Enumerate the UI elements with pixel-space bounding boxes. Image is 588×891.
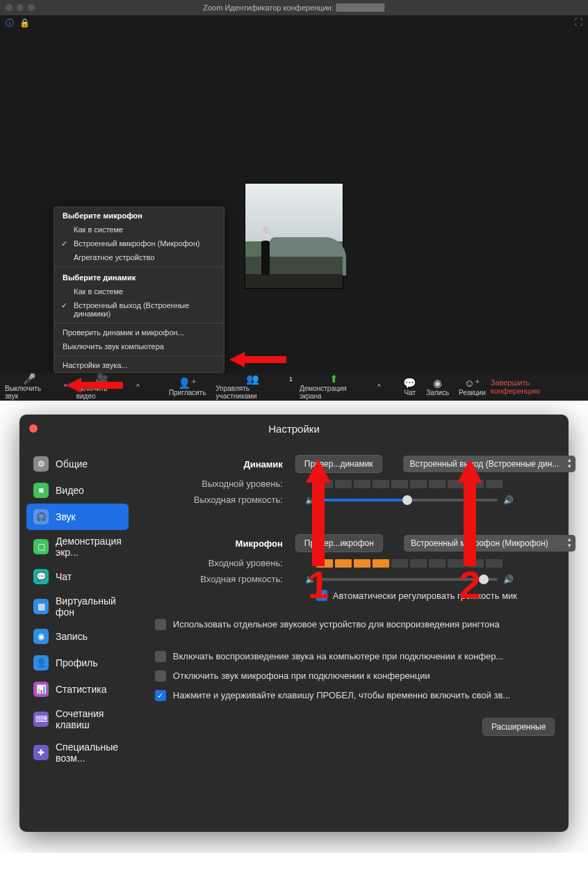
advanced-button[interactable]: Расширенные [482,718,555,736]
participants-button[interactable]: 👥 1 Управлять участниками [211,373,295,401]
test-speaker-button[interactable]: Провер...динамик [295,455,382,473]
zoom-meeting-window: Zoom Идентификатор конференции: ⓘ 🔒 ⛶ Вы… [0,0,588,401]
settings-window: Настройки ⚙Общие■Видео🎧Звук▢Демонстрация… [19,415,569,832]
test-mic-button[interactable]: Провер...икрофон [295,534,383,552]
settings-title: Настройки [268,423,320,435]
share-icon: ⬆ [329,374,338,384]
share-caret[interactable]: ^ [373,373,385,401]
sidebar-label: Чат [56,571,72,582]
sidebar-label: Звук [56,511,76,522]
settings-titlebar: Настройки [19,415,569,442]
output-level-label: Выходной уровень: [149,479,295,489]
output-volume-slider[interactable] [321,499,498,501]
join-audio-label: Включать воспроизведение звука на компью… [173,651,503,661]
ringtone-device-label: Использовать отдельное звуковое устройст… [173,619,500,629]
fullscreen-icon[interactable]: ⛶ [574,17,582,27]
sidebar-icon: ⌨ [33,712,49,727]
sidebar-item[interactable]: ⚙Общие [26,451,129,477]
sidebar-icon: ◉ [33,629,49,644]
sidebar-item[interactable]: ▦Виртуальный фон [26,590,129,623]
info-bar: ⓘ 🔒 ⛶ [0,15,588,29]
push-to-talk-label: Нажмите и удерживайте клавишу ПРОБЕЛ, чт… [173,690,510,700]
speaker-label: Динамик [149,459,295,469]
menu-header-speaker: Выберите динамик [54,269,224,284]
sidebar-item[interactable]: ◉Запись [26,623,129,650]
sidebar-icon: ■ [33,483,49,498]
speaker-device-select[interactable]: Встроенный выход (Встроенные дин... ▴▾ [403,456,576,472]
volume-high-icon: 🔊 [503,495,514,505]
menu-spk-item[interactable]: Как в системе [54,284,224,298]
end-meeting-button[interactable]: Завершить конференцию [491,378,588,395]
auto-volume-label: Автоматически регулировать громкость мик [333,591,517,601]
input-volume-slider[interactable] [321,578,498,581]
auto-volume-checkbox[interactable]: ✓ [316,590,327,601]
menu-mic-item[interactable]: Встроенный микрофон (Микрофон) [54,236,224,250]
close-button[interactable] [29,424,38,433]
sidebar-item[interactable]: ▢Демонстрация экр... [26,530,129,563]
mute-on-join-checkbox[interactable] [155,671,166,682]
sidebar-label: Общие [56,458,88,469]
sidebar-item[interactable]: 🎧Звук [26,504,129,530]
sidebar-item[interactable]: ⌨Сочетания клавиш [26,703,129,736]
menu-mic-item[interactable]: Как в системе [54,223,224,236]
menu-test-audio[interactable]: Проверить динамик и микрофон... [54,326,224,339]
sidebar-label: Статистика [56,684,107,695]
sidebar-label: Специальные возм... [56,741,122,764]
sidebar-icon: 👤 [33,655,49,671]
menu-header-mic: Выберите микрофон [54,207,224,223]
settings-content: Динамик Провер...динамик Встроенный выхо… [136,442,576,769]
invite-button[interactable]: 👤⁺ Пригласить [164,373,211,401]
participant-video[interactable] [245,183,343,289]
menu-spk-item[interactable]: Встроенный выход (Встроенные динамики) [54,298,224,321]
chat-button[interactable]: 💬 Чат [398,373,421,401]
video-button[interactable]: 🎥 Включить видео [72,373,132,401]
meeting-id-redacted [336,3,385,12]
traffic-lights[interactable] [0,4,35,11]
settings-sidebar: ⚙Общие■Видео🎧Звук▢Демонстрация экр...💬Ча… [19,442,136,769]
reactions-button[interactable]: ☺⁺ Реакции [454,373,491,401]
volume-high-icon: 🔊 [503,575,514,584]
microphone-icon: 🎤 [23,374,36,384]
encryption-icon[interactable]: 🔒 [19,18,30,28]
record-button[interactable]: ◉ Запись [421,373,454,401]
mute-button[interactable]: 🎤 Выключить звук [0,373,59,401]
video-caret[interactable]: ^ [132,373,144,401]
participants-count: 1 [289,376,293,383]
volume-low-icon: 🔈 [305,495,316,505]
sidebar-item[interactable]: ■Видео [26,477,129,504]
input-level-label: Входной уровень: [149,558,295,568]
mute-on-join-label: Отключить звук микрофона при подключении… [173,671,430,681]
output-volume-label: Выходная громкость: [149,495,295,505]
volume-low-icon: 🔈 [305,575,316,584]
sidebar-item[interactable]: 📊Статистика [26,676,129,703]
menu-audio-settings[interactable]: Настройки звука... [54,358,224,372]
reactions-icon: ☺⁺ [464,378,480,388]
audio-context-menu: Выберите микрофон Как в системе Встроенн… [54,207,224,373]
ringtone-device-checkbox[interactable] [155,619,166,630]
sidebar-item[interactable]: 💬Чат [26,563,129,590]
input-volume-label: Входная громкость: [149,574,295,584]
sidebar-item[interactable]: ✚Специальные возм... [26,736,129,769]
push-to-talk-checkbox[interactable]: ✓ [155,690,166,701]
sidebar-label: Виртуальный фон [56,595,122,618]
menu-mic-item[interactable]: Агрегатное устройство [54,250,224,264]
record-icon: ◉ [433,378,442,388]
mic-device-select[interactable]: Встроенный микрофон (Микрофон) ▴▾ [404,535,576,552]
chat-icon: 💬 [403,378,416,388]
sidebar-icon: 💬 [33,569,49,584]
sidebar-icon: ▦ [33,599,49,614]
info-icon[interactable]: ⓘ [6,18,14,28]
sidebar-icon: 📊 [33,682,49,697]
share-screen-button[interactable]: ⬆ Демонстрация экрана [295,373,373,401]
sidebar-icon: 🎧 [33,509,49,524]
input-level-meter [316,559,503,568]
mute-caret[interactable]: ^ [59,373,71,401]
menu-mute-computer[interactable]: Выключить звук компьютера [54,339,224,353]
meeting-toolbar: 🎤 Выключить звук ^ 🎥 Включить видео ^ 👤⁺… [0,373,588,401]
sidebar-item[interactable]: 👤Профиль [26,650,129,676]
participants-icon: 👥 [246,374,259,384]
sidebar-label: Видео [56,485,84,496]
join-audio-checkbox[interactable] [155,651,166,662]
titlebar: Zoom Идентификатор конференции: [0,0,588,15]
sidebar-icon: ⚙ [33,456,49,472]
